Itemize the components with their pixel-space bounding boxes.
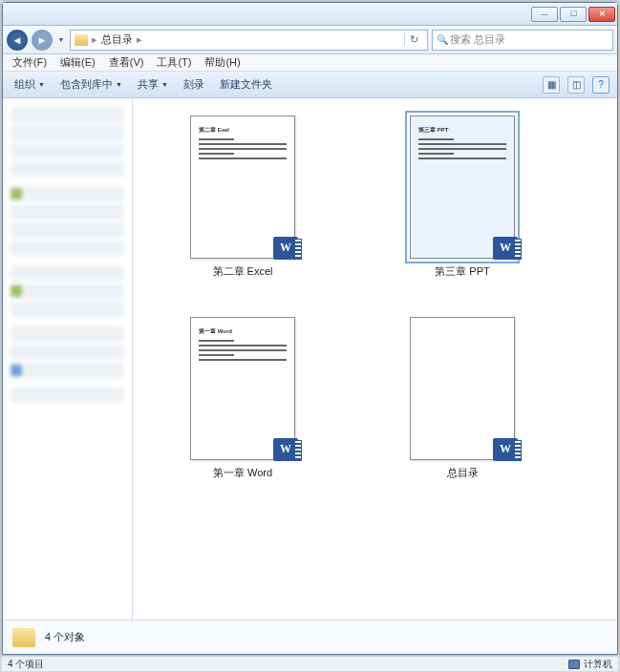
search-icon: 🔍 (437, 34, 450, 45)
cmd-burn[interactable]: 刻录 (180, 75, 208, 94)
command-bar: 组织▼ 包含到库中▼ 共享▼ 刻录 新建文件夹 ▦ ◫ ? (3, 72, 617, 98)
menu-view[interactable]: 查看(V) (103, 54, 150, 71)
file-name: 第三章 PPT (435, 264, 489, 279)
file-item[interactable]: 总目录 (391, 317, 534, 480)
details-count: 4 个对象 (45, 630, 85, 644)
cmd-organize[interactable]: 组织▼ (11, 75, 49, 94)
title-bar: — ☐ ✕ (3, 3, 617, 26)
cmd-include[interactable]: 包含到库中▼ (56, 75, 126, 94)
details-pane: 4 个对象 (3, 620, 617, 654)
file-item-selected[interactable]: 第三章 PPT 第三章 PPT (391, 116, 534, 279)
window-controls: — ☐ ✕ (531, 7, 615, 22)
address-bar[interactable]: ▸ 总目录 ▸ ↻ (70, 30, 428, 51)
body: 第二章 Exel 第二章 Excel 第三章 PPT 第三章 PPT (3, 98, 617, 620)
explorer-window: — ☐ ✕ ◄ ► ▼ ▸ 总目录 ▸ ↻ 🔍 搜索 总目录 文件(F) 编辑(… (2, 2, 618, 655)
file-thumbnail: 第三章 PPT (410, 116, 515, 259)
word-icon (493, 438, 518, 461)
cmd-include-label: 包含到库中 (60, 77, 113, 92)
file-list[interactable]: 第二章 Exel 第二章 Excel 第三章 PPT 第三章 PPT (133, 98, 617, 620)
file-name: 总目录 (447, 466, 479, 480)
thumb-heading: 第三章 PPT (418, 126, 506, 136)
help-button[interactable]: ? (592, 76, 609, 94)
search-placeholder: 搜索 总目录 (450, 32, 505, 47)
cmd-share[interactable]: 共享▼ (134, 75, 172, 94)
thumb-heading: 第一章 Word (199, 327, 287, 337)
menu-help[interactable]: 帮助(H) (199, 54, 246, 71)
breadcrumb-sep: ▸ (92, 33, 97, 46)
cmd-share-label: 共享 (138, 77, 159, 92)
cmd-organize-label: 组织 (14, 77, 35, 92)
word-icon (493, 237, 518, 260)
close-button[interactable]: ✕ (588, 7, 615, 22)
menu-bar: 文件(F) 编辑(E) 查看(V) 工具(T) 帮助(H) (3, 54, 617, 72)
maximize-button[interactable]: ☐ (560, 7, 587, 22)
nav-bar: ◄ ► ▼ ▸ 总目录 ▸ ↻ 🔍 搜索 总目录 (3, 26, 617, 54)
navigation-pane[interactable] (3, 98, 133, 620)
file-name: 第二章 Excel (213, 264, 273, 279)
file-thumbnail: 第二章 Exel (190, 116, 295, 259)
file-thumbnail: 第一章 Word (190, 317, 295, 460)
folder-icon (12, 628, 35, 647)
breadcrumb-sep-end: ▸ (137, 33, 142, 46)
menu-file[interactable]: 文件(F) (7, 54, 53, 71)
status-location: 计算机 (584, 658, 612, 671)
back-button[interactable]: ◄ (7, 30, 28, 51)
search-box[interactable]: 🔍 搜索 总目录 (432, 30, 613, 51)
history-dropdown[interactable]: ▼ (56, 33, 66, 47)
status-item-count: 4 个项目 (8, 658, 44, 671)
cmd-newfolder-label: 新建文件夹 (220, 77, 272, 92)
refresh-button[interactable]: ↻ (404, 33, 423, 46)
word-icon (273, 237, 298, 260)
file-name: 第一章 Word (213, 466, 272, 480)
minimize-button[interactable]: — (531, 7, 558, 22)
chevron-down-icon: ▼ (116, 81, 122, 88)
breadcrumb-folder[interactable]: 总目录 (101, 32, 133, 47)
cmd-newfolder[interactable]: 新建文件夹 (216, 75, 276, 94)
cmd-burn-label: 刻录 (183, 77, 204, 92)
file-item[interactable]: 第一章 Word 第一章 Word (171, 317, 314, 480)
menu-tools[interactable]: 工具(T) (151, 54, 197, 71)
chevron-down-icon: ▼ (38, 81, 45, 88)
menu-edit[interactable]: 编辑(E) (54, 54, 101, 71)
forward-button[interactable]: ► (32, 30, 53, 51)
file-thumbnail (410, 317, 515, 460)
computer-icon (568, 660, 580, 669)
status-bar: 4 个项目 计算机 (2, 656, 618, 671)
view-options-button[interactable]: ▦ (543, 76, 560, 94)
preview-pane-button[interactable]: ◫ (567, 76, 585, 94)
thumb-heading: 第二章 Exel (199, 126, 287, 136)
chevron-down-icon: ▼ (161, 81, 168, 88)
file-item[interactable]: 第二章 Exel 第二章 Excel (171, 116, 314, 279)
word-icon (273, 438, 298, 461)
folder-icon (75, 34, 88, 46)
